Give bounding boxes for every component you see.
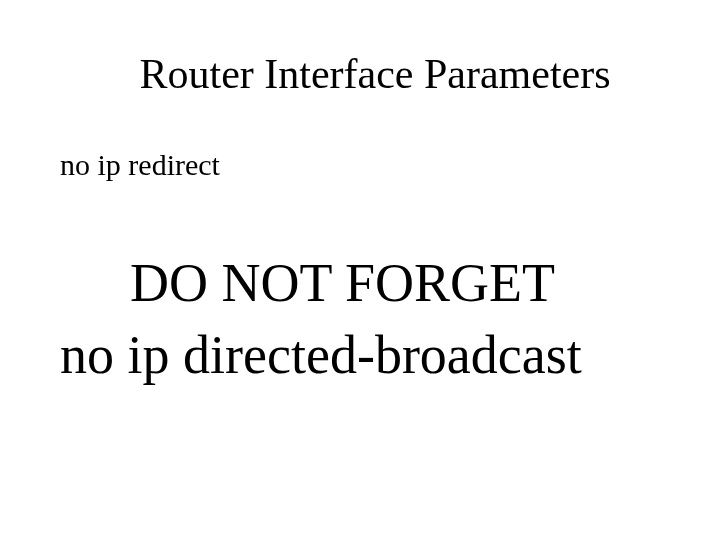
slide-container: Router Interface Parameters no ip redire… — [0, 0, 720, 540]
slide-title: Router Interface Parameters — [90, 50, 660, 98]
emphasis-line-1: DO NOT FORGET — [130, 252, 660, 314]
emphasis-line-2: no ip directed-broadcast — [60, 324, 660, 386]
emphasis-block: DO NOT FORGET no ip directed-broadcast — [60, 252, 660, 386]
slide-subtitle: no ip redirect — [60, 148, 660, 182]
